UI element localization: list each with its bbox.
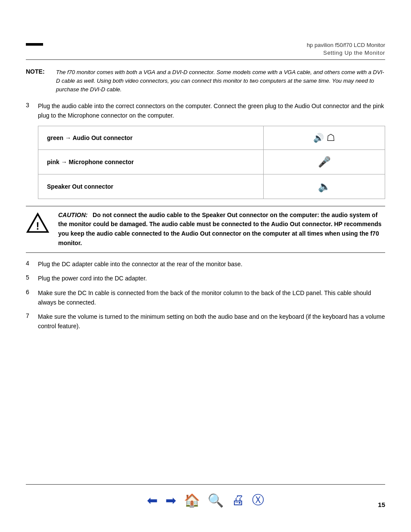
nav-close-icon[interactable]: Ⓧ	[252, 492, 264, 508]
step-3: 3 Plug the audio cable into the correct …	[26, 102, 385, 120]
microphone-label: pink → Microphone connector	[38, 149, 264, 174]
step-text-5: Plug the power cord into the DC adapter.	[38, 274, 147, 283]
microphone-icon: 🎤	[318, 156, 331, 168]
table-row-audio-out: green → Audio Out connector 🔊 ☖	[38, 126, 385, 149]
table-row-microphone: pink → Microphone connector 🎤	[38, 149, 385, 174]
step-7: 7 Make sure the volume is turned to the …	[26, 312, 385, 331]
audio-out-icons: 🔊 ☖	[272, 132, 376, 143]
step-text-6: Make sure the DC In cable is connected f…	[38, 289, 385, 307]
step-number-5: 5	[26, 274, 38, 281]
page-header: hp pavilion f50/f70 LCD Monitor Setting …	[307, 41, 385, 56]
step-text-3: Plug the audio cable into the correct co…	[38, 102, 385, 120]
content-area: NOTE: The f70 monitor comes with both a …	[26, 64, 385, 336]
header-section: Setting Up the Monitor	[307, 50, 385, 56]
step-4: 4 Plug the DC adapter cable into the con…	[26, 260, 385, 269]
speaker-out-icon-cell: 🔈	[264, 174, 385, 199]
nav-forward-icon[interactable]: ➡	[165, 493, 176, 508]
caution-content: CAUTION: Do not connect the audio cable …	[58, 211, 385, 248]
table-row-speaker-out: Speaker Out connector 🔈	[38, 174, 385, 199]
nav-print-icon[interactable]: 🖨	[231, 493, 244, 507]
speaker-icon: 🔈	[318, 180, 331, 192]
decorative-bar	[26, 43, 43, 46]
note-block: NOTE: The f70 monitor comes with both a …	[26, 64, 385, 94]
page-number: 15	[378, 501, 385, 508]
caution-label: CAUTION:	[58, 212, 87, 218]
step-text-4: Plug the DC adapter cable into the conne…	[38, 260, 243, 269]
speaker-out-label: Speaker Out connector	[38, 174, 264, 199]
caution-icon-container: !	[26, 212, 54, 235]
audio-out-label: green → Audio Out connector	[38, 126, 264, 149]
audio-out-icon-cell: 🔊 ☖	[264, 126, 385, 149]
nav-home-icon[interactable]: 🏠	[184, 493, 200, 508]
audio-wave-icon: 🔊	[313, 133, 324, 143]
svg-text:!: !	[36, 221, 40, 232]
page-container: hp pavilion f50/f70 LCD Monitor Setting …	[0, 0, 411, 532]
step-number-4: 4	[26, 260, 38, 267]
header-rule	[26, 59, 385, 60]
step-text-7: Make sure the volume is turned to the mi…	[38, 312, 385, 331]
footer-rule	[26, 484, 385, 485]
note-label: NOTE:	[26, 68, 56, 94]
step-number-7: 7	[26, 312, 38, 319]
connector-table: green → Audio Out connector 🔊 ☖ pink → M…	[38, 126, 385, 199]
microphone-icon-cell: 🎤	[264, 149, 385, 174]
step-5: 5 Plug the power cord into the DC adapte…	[26, 274, 385, 283]
nav-search-icon[interactable]: 🔍	[208, 493, 224, 508]
step-number-6: 6	[26, 289, 38, 296]
header-product: hp pavilion f50/f70 LCD Monitor	[307, 41, 385, 50]
caution-triangle-icon: !	[26, 212, 50, 234]
footer-nav: ⬅ ➡ 🏠 🔍 🖨 Ⓧ	[26, 492, 385, 508]
step-number-3: 3	[26, 102, 38, 109]
note-text: The f70 monitor comes with both a VGA an…	[56, 68, 385, 94]
audio-plug-icon: ☖	[327, 132, 335, 143]
caution-section: ! CAUTION: Do not connect the audio cabl…	[26, 206, 385, 253]
step-6: 6 Make sure the DC In cable is connected…	[26, 289, 385, 307]
nav-back-icon[interactable]: ⬅	[147, 493, 158, 508]
caution-text: Do not connect the audio cable to the Sp…	[58, 212, 382, 246]
